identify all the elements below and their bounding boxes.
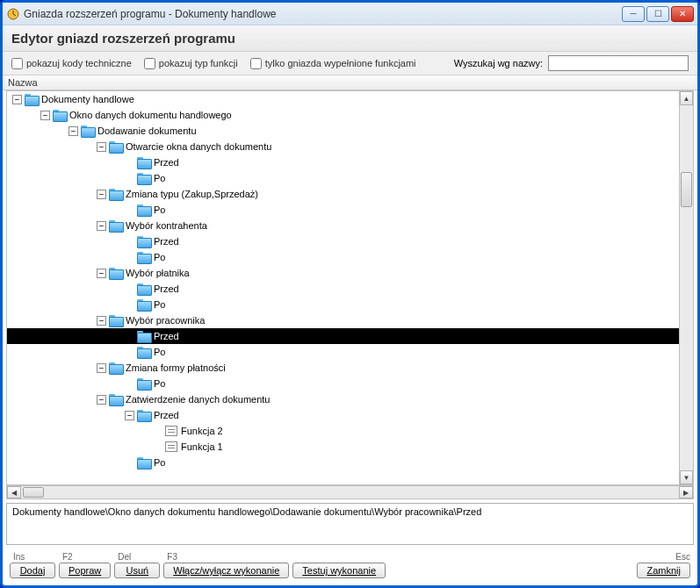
shortcut-label: Ins <box>13 552 25 562</box>
toggle-exec-button[interactable]: Włącz/wyłącz wykonanie <box>163 563 289 578</box>
checkbox-only-filled-input[interactable] <box>250 58 262 69</box>
shortcut-label: Del <box>118 552 131 562</box>
collapse-icon[interactable]: − <box>125 411 134 420</box>
collapse-icon[interactable]: − <box>97 363 106 373</box>
tree-label: Po <box>154 252 165 262</box>
scroll-track[interactable] <box>21 486 679 498</box>
checkbox-func-type[interactable]: pokazuj typ funkcji <box>144 58 238 69</box>
tree[interactable]: −Dokumenty handlowe −Okno danych dokumen… <box>7 91 679 484</box>
tree-node[interactable]: Przed <box>7 233 679 249</box>
tree-node[interactable]: Po <box>7 249 679 265</box>
scroll-left-icon[interactable]: ◀ <box>7 486 21 498</box>
tree-node[interactable]: −Wybór pracownika <box>7 312 679 328</box>
checkbox-only-filled[interactable]: tylko gniazda wypełnione funkcjami <box>250 58 416 69</box>
scroll-down-icon[interactable]: ▼ <box>680 470 693 484</box>
folder-icon <box>109 189 122 199</box>
scroll-thumb[interactable] <box>681 172 692 207</box>
folder-icon <box>109 220 122 231</box>
vertical-scrollbar[interactable]: ▲ ▼ <box>679 91 693 484</box>
tree-label: Dodawanie dokumentu <box>97 125 197 136</box>
checkbox-tech-codes-input[interactable] <box>11 58 23 69</box>
folder-icon <box>137 173 150 183</box>
search-input[interactable] <box>548 55 689 71</box>
folder-icon <box>137 331 150 341</box>
tree-label: Wybór pracownika <box>126 315 205 326</box>
tree-node[interactable]: Po <box>7 455 679 470</box>
folder-icon <box>109 394 122 405</box>
folder-icon <box>137 378 150 389</box>
checkbox-func-type-input[interactable] <box>144 58 155 69</box>
minimize-button[interactable]: ─ <box>622 6 645 22</box>
maximize-button[interactable]: ☐ <box>646 6 669 22</box>
folder-icon <box>109 315 122 326</box>
scroll-up-icon[interactable]: ▲ <box>680 91 693 105</box>
collapse-icon[interactable]: − <box>12 95 22 104</box>
collapse-icon[interactable]: − <box>97 142 106 152</box>
tree-node[interactable]: Po <box>7 297 679 312</box>
tree-label: Przed <box>154 410 179 420</box>
tree-node[interactable]: Po <box>7 202 679 218</box>
tree-node[interactable]: −Zmiana formy płatności <box>7 360 679 376</box>
tree-node[interactable]: −Zatwierdzenie danych dokumentu <box>7 391 679 407</box>
tree-node[interactable]: Funkcja 2 <box>7 423 679 439</box>
folder-icon <box>137 204 150 215</box>
tree-node[interactable]: Po <box>7 170 679 186</box>
tree-label: Wybór kontrahenta <box>126 220 207 231</box>
tree-label: Po <box>154 299 165 310</box>
scroll-thumb[interactable] <box>23 487 44 498</box>
test-exec-button[interactable]: Testuj wykonanie <box>292 563 386 578</box>
tree-node[interactable]: −Dodawanie dokumentu <box>7 123 679 139</box>
tree-label: Po <box>154 457 165 468</box>
folder-icon <box>137 157 150 168</box>
delete-button[interactable]: Usuń <box>114 563 160 578</box>
folder-icon <box>137 457 150 468</box>
folder-icon <box>109 268 122 278</box>
tree-node[interactable]: Przed <box>7 281 679 297</box>
add-button[interactable]: Dodaj <box>10 563 55 578</box>
folder-icon <box>137 347 150 357</box>
filter-bar: pokazuj kody techniczne pokazuj typ funk… <box>3 52 697 75</box>
tree-label: Funkcja 1 <box>181 441 223 452</box>
search-label: Wyszukaj wg nazwy: <box>454 58 543 68</box>
tree-node[interactable]: −Dokumenty handlowe <box>7 91 679 107</box>
tree-node[interactable]: −Otwarcie okna danych dokumentu <box>7 139 679 154</box>
tree-node[interactable]: Funkcja 1 <box>7 439 679 455</box>
tree-node[interactable]: −Zmiana typu (Zakup,Sprzedaż) <box>7 186 679 202</box>
tree-label: Po <box>154 173 165 183</box>
horizontal-scrollbar[interactable]: ◀ ▶ <box>6 485 694 499</box>
close-button[interactable]: Zamknij <box>637 563 690 578</box>
collapse-icon[interactable]: − <box>97 221 106 231</box>
function-icon <box>165 441 177 452</box>
checkbox-only-filled-label: tylko gniazda wypełnione funkcjami <box>265 58 416 68</box>
scroll-right-icon[interactable]: ▶ <box>679 486 693 498</box>
tree-node[interactable]: −Przed <box>7 407 679 423</box>
collapse-icon[interactable]: − <box>97 316 106 326</box>
column-header-name[interactable]: Nazwa <box>3 75 697 90</box>
subtitle-bar: Edytor gniazd rozszerzeń programu <box>3 25 697 52</box>
tree-node[interactable]: −Wybór kontrahenta <box>7 218 679 233</box>
collapse-icon[interactable]: − <box>40 111 50 120</box>
tree-node[interactable]: Po <box>7 344 679 360</box>
tree-node-selected[interactable]: Przed <box>7 328 679 344</box>
tree-label: Przed <box>154 157 179 168</box>
edit-button[interactable]: Popraw <box>59 563 111 578</box>
tree-label: Otwarcie okna danych dokumentu <box>126 141 271 152</box>
tree-node[interactable]: −Okno danych dokumentu handlowego <box>7 107 679 123</box>
app-icon <box>6 7 20 21</box>
tree-node[interactable]: Po <box>7 376 679 391</box>
collapse-icon[interactable]: − <box>97 395 106 405</box>
tree-label: Okno danych dokumentu handlowego <box>69 110 232 120</box>
collapse-icon[interactable]: − <box>97 269 106 278</box>
titlebar[interactable]: Gniazda rozszerzeń programu - Dokumenty … <box>3 3 697 25</box>
checkbox-func-type-label: pokazuj typ funkcji <box>159 58 238 68</box>
close-window-button[interactable]: ✕ <box>671 6 694 22</box>
collapse-icon[interactable]: − <box>69 126 78 136</box>
tree-node[interactable]: −Wybór płatnika <box>7 265 679 281</box>
tree-label: Wybór płatnika <box>126 268 190 278</box>
tree-label: Funkcja 2 <box>181 426 223 436</box>
tree-node[interactable]: Przed <box>7 154 679 170</box>
collapse-icon[interactable]: − <box>97 190 106 199</box>
folder-icon <box>25 94 38 104</box>
checkbox-tech-codes[interactable]: pokazuj kody techniczne <box>11 58 132 69</box>
window: Gniazda rozszerzeń programu - Dokumenty … <box>0 0 700 588</box>
